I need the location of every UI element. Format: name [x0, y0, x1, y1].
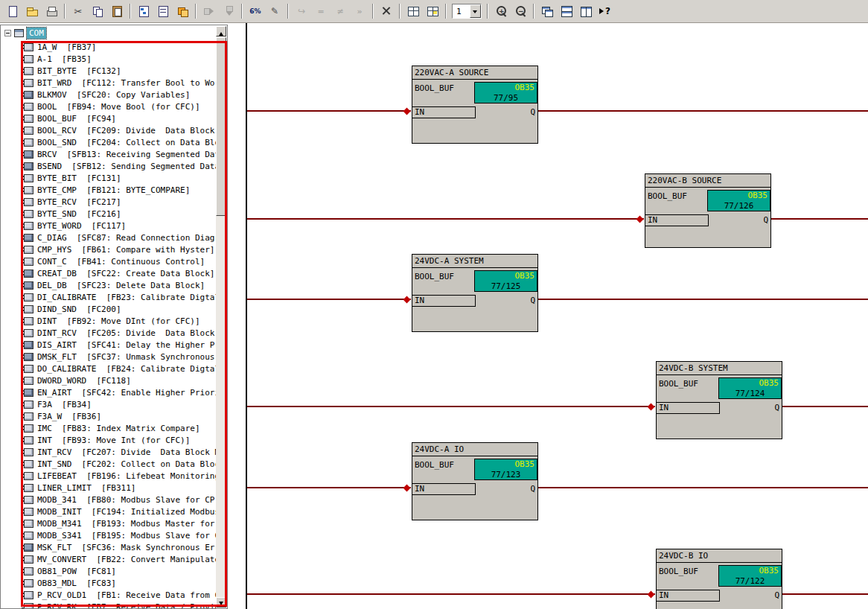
cut-button[interactable]: ✂ [69, 3, 87, 19]
chart-partition-button[interactable] [154, 3, 172, 19]
tree-item[interactable]: BOOL_BUF [FC94] [1, 112, 216, 124]
connection-line[interactable] [247, 299, 411, 300]
output-port[interactable]: Q [530, 484, 535, 494]
tree-item[interactable]: BYTE_CMP [FB121: BYTE_COMPARE] [1, 184, 216, 196]
cfc-block[interactable]: 24VDC-A IOBOOL_BUFOB3577/123INQ [412, 442, 538, 520]
signal-track-button[interactable]: ↪ [293, 3, 310, 19]
tree-item[interactable]: MV_CONVERT [FB22: Convert Manipulate [1, 553, 216, 565]
tree-scrollbar[interactable] [216, 26, 226, 608]
cfc-block[interactable]: 24VDC-A SYSTEMBOOL_BUFOB3577/125INQ [412, 254, 538, 332]
interconnection-button[interactable]: 6% [246, 3, 264, 19]
open-button[interactable] [23, 3, 41, 19]
tree-item[interactable]: BSEND [SFB12: Sending Segmented Data [1, 160, 216, 172]
connection-line[interactable] [538, 110, 868, 112]
print-button[interactable] [42, 3, 60, 19]
tree-item[interactable]: BOOL_RCV [FC209: Divide Data Block [1, 124, 216, 136]
input-port[interactable]: IN [657, 590, 720, 602]
equal-button[interactable]: ≠ [331, 3, 349, 19]
connection-line[interactable] [782, 593, 868, 595]
output-port[interactable]: Q [774, 590, 779, 601]
tree-item[interactable]: OB81_POW [FC81] [1, 565, 216, 577]
cfc-block[interactable]: 24VDC-B SYSTEMBOOL_BUFOB3577/124INQ [656, 361, 782, 439]
output-port[interactable]: Q [530, 107, 535, 118]
tree-item[interactable]: IMC [FB83: Index Matrix Compare] [1, 422, 216, 434]
tree-item[interactable]: P_RCV_OLD1 [FB1: Receive Data from C [1, 589, 216, 601]
tree-item[interactable]: MODB_INIT [FC194: Initialized Modbus [1, 506, 216, 517]
tree-item[interactable]: CMP_HYS [FB61: Compare with Hyster] [1, 243, 216, 255]
copy-button[interactable] [89, 3, 106, 19]
tree-item[interactable]: DINT [FB92: Move DInt (for CFC)] [1, 315, 216, 327]
input-port[interactable]: IN [645, 214, 709, 226]
compare-button[interactable]: = [312, 3, 330, 19]
tree-item[interactable]: C_DIAG [SFC87: Read Connection Diagr [1, 232, 216, 243]
tree-item[interactable]: A-1 [FB35] [1, 53, 216, 65]
zoom-in-button[interactable]: + [492, 3, 510, 19]
scrollbar-thumb[interactable] [216, 37, 226, 216]
tree-item[interactable]: BYTE_RCV [FC217] [1, 196, 216, 208]
output-port[interactable]: Q [774, 403, 779, 413]
tree-item[interactable]: EN_AIRT [SFC42: Enable Higher Priori [1, 386, 216, 398]
input-port[interactable]: IN [657, 402, 720, 414]
window-tile-v-button[interactable] [577, 3, 595, 19]
tree-item[interactable]: LIFEBEAT [FB196: Lifebeat Monitoring [1, 470, 216, 482]
connection-line[interactable] [247, 218, 644, 220]
connection-line[interactable] [782, 406, 868, 407]
tree-item[interactable]: CONT_C [FB41: Continuous Control] [1, 255, 216, 267]
tree-item[interactable]: BIT_BYTE [FC132] [1, 65, 216, 77]
tree-item[interactable]: BOOL [FB94: Move Bool (for CFC)] [1, 101, 216, 112]
tree-item[interactable]: MODB_341 [FB80: Modbus Slave for CP [1, 494, 216, 506]
cfc-block[interactable]: 220VAC-B SOURCEBOOL_BUFOB3577/126INQ [645, 173, 771, 248]
optimize-run-button[interactable] [377, 3, 395, 19]
cfc-block[interactable]: 220VAC-A SOURCEBOOL_BUFOB3577/95INQ [412, 66, 538, 144]
tree-item[interactable]: MODB_S341 [FB195: Modbus Slave for C [1, 529, 216, 541]
tree-item[interactable]: OB83_MDL [FC83] [1, 577, 216, 589]
tree-item[interactable]: MSK_FLT [SFC36: Mask Synchronous Err [1, 541, 216, 553]
connection-line[interactable] [247, 593, 655, 595]
chevron-down-icon[interactable] [470, 4, 481, 18]
tree-item[interactable]: F3A [FB34] [1, 398, 216, 410]
tree-item[interactable]: INT_RCV [FC207: Divide Data Block M [1, 446, 216, 458]
block-catalog-panel[interactable]: COM 1A_W [FB37]A-1 [FB35]BIT_BYTE [FC132… [0, 25, 228, 609]
tree-item[interactable]: F3A_W [FB36] [1, 410, 216, 422]
sheet-number-dropdown[interactable]: 1 [452, 4, 482, 19]
tree-item[interactable]: CREAT_DB [SFC22: Create Data Block] [1, 267, 216, 279]
tree-item[interactable]: INT_SND [FC202: Collect on Data Bloc [1, 458, 216, 470]
text-interconnection-button[interactable]: ✎ [266, 3, 284, 19]
tree-item[interactable]: DWORD_WORD [FC118] [1, 374, 216, 386]
tree-item[interactable]: DINT_RCV [FC205: Divide Data Block [1, 327, 216, 339]
tree-item[interactable]: DIS_AIRT [SFC41: Delay the Higher Pr [1, 339, 216, 351]
move-block-button[interactable] [220, 3, 237, 19]
overview-button[interactable] [424, 3, 441, 19]
paste-button[interactable] [108, 3, 126, 19]
tree-item[interactable]: BYTE_BIT [FC131] [1, 172, 216, 184]
chart-workarea[interactable]: COM 1A_W [FB37]A-1 [FB35]BIT_BYTE [FC132… [0, 23, 868, 609]
cfc-block[interactable]: 24VDC-B IOBOOL_BUFOB3577/122INQ [656, 549, 782, 609]
connection-line[interactable] [538, 487, 868, 488]
tree-item[interactable]: P_RCV_RK [FB7: Receive Data / Provid [1, 601, 216, 609]
insert-chart-button[interactable] [135, 3, 153, 19]
output-port[interactable]: Q [530, 296, 535, 306]
tree-item[interactable]: DMSK_FLT [SFC37: Unmask Synchronous [1, 351, 216, 363]
tree-item[interactable]: BYTE_WORD [FC117] [1, 220, 216, 232]
block-library-button[interactable] [173, 3, 191, 19]
scrollbar-track[interactable] [216, 36, 226, 597]
tree-item[interactable]: DI_CALIBRATE [FB23: Calibrate Digtal [1, 291, 216, 303]
collapse-icon[interactable] [4, 30, 11, 36]
zoom-out-button[interactable]: − [511, 3, 529, 19]
branch-button[interactable]: » [351, 3, 368, 19]
tree-item[interactable]: BLKMOV [SFC20: Copy Variables] [1, 89, 216, 101]
connection-line[interactable] [247, 110, 411, 112]
tree-item[interactable]: LINER_LIMIT [FB311] [1, 482, 216, 494]
tree-item[interactable]: DEL_DB [SFC23: Delete Data Block] [1, 279, 216, 291]
connection-line[interactable] [538, 299, 868, 300]
window-tile-h-button[interactable] [558, 3, 575, 19]
new-button[interactable] [4, 3, 22, 19]
sheet-view-button[interactable] [404, 3, 422, 19]
align-blocks-button[interactable] [200, 3, 218, 19]
window-cascade-button[interactable] [538, 3, 556, 19]
connection-line[interactable] [247, 406, 655, 407]
input-port[interactable]: IN [412, 483, 476, 495]
tree-item[interactable]: MODB_M341 [FB193: Modbus Master for [1, 517, 216, 529]
tree-item[interactable]: BIT_WRD [FC112: Transfer Bool to Wor [1, 77, 216, 89]
connection-line[interactable] [771, 218, 868, 220]
